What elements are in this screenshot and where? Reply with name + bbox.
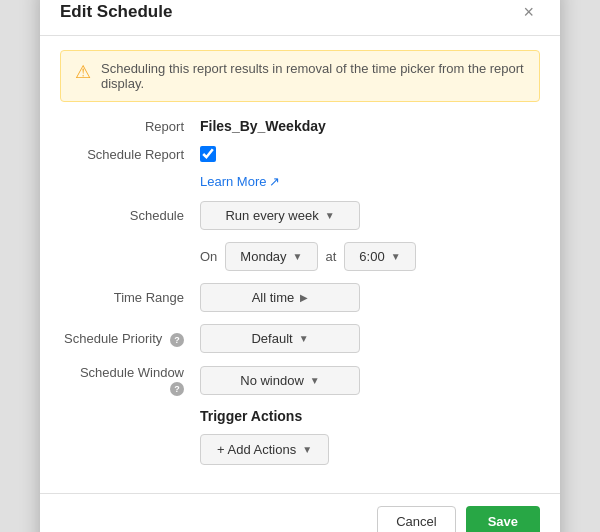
add-actions-arrow: ▼ xyxy=(302,444,312,455)
modal-title: Edit Schedule xyxy=(60,2,172,22)
schedule-priority-value: Default xyxy=(251,331,292,346)
schedule-report-label: Schedule Report xyxy=(60,147,200,162)
edit-schedule-modal: Edit Schedule × ⚠ Scheduling this report… xyxy=(40,0,560,532)
day-value: Monday xyxy=(240,249,286,264)
warning-text: Scheduling this report results in remova… xyxy=(101,61,525,91)
time-value: 6:00 xyxy=(359,249,384,264)
trigger-actions-section: Trigger Actions + Add Actions ▼ xyxy=(60,408,540,465)
trigger-label-row: Trigger Actions xyxy=(60,408,540,424)
modal-body: ⚠ Scheduling this report results in remo… xyxy=(40,36,560,493)
report-value: Files_By_Weekday xyxy=(200,118,326,134)
schedule-dropdown[interactable]: Run every week ▼ xyxy=(200,201,360,230)
on-label: On xyxy=(200,249,217,264)
schedule-label: Schedule xyxy=(60,208,200,223)
schedule-window-value: No window xyxy=(240,373,304,388)
report-row: Report Files_By_Weekday xyxy=(60,118,540,134)
time-range-arrow: ▶ xyxy=(300,292,308,303)
modal-backdrop: Edit Schedule × ⚠ Scheduling this report… xyxy=(0,0,600,532)
schedule-window-row: Schedule Window ? No window ▼ xyxy=(60,365,540,396)
modal-footer: Cancel Save xyxy=(40,493,560,532)
time-range-dropdown[interactable]: All time ▶ xyxy=(200,283,360,312)
schedule-window-label: Schedule Window ? xyxy=(60,365,200,396)
learn-more-text: Learn More xyxy=(200,174,266,189)
cancel-button[interactable]: Cancel xyxy=(377,506,455,532)
schedule-priority-row: Schedule Priority ? Default ▼ xyxy=(60,324,540,353)
schedule-on-row: On Monday ▼ at 6:00 ▼ xyxy=(200,242,540,271)
report-label: Report xyxy=(60,119,200,134)
schedule-priority-dropdown[interactable]: Default ▼ xyxy=(200,324,360,353)
schedule-report-row: Schedule Report xyxy=(60,146,540,162)
schedule-window-dropdown[interactable]: No window ▼ xyxy=(200,366,360,395)
close-button[interactable]: × xyxy=(517,1,540,23)
time-dropdown[interactable]: 6:00 ▼ xyxy=(344,242,415,271)
time-range-value: All time xyxy=(252,290,295,305)
time-range-row: Time Range All time ▶ xyxy=(60,283,540,312)
add-actions-button[interactable]: + Add Actions ▼ xyxy=(200,434,329,465)
learn-more-link[interactable]: Learn More ↗ xyxy=(200,174,540,189)
external-link-icon: ↗ xyxy=(269,174,280,189)
schedule-value: Run every week xyxy=(225,208,318,223)
time-range-label: Time Range xyxy=(60,290,200,305)
save-button[interactable]: Save xyxy=(466,506,540,532)
trigger-actions-title: Trigger Actions xyxy=(200,408,302,424)
schedule-report-checkbox[interactable] xyxy=(200,146,216,162)
at-label: at xyxy=(326,249,337,264)
day-dropdown-arrow: ▼ xyxy=(293,251,303,262)
warning-icon: ⚠ xyxy=(75,61,91,83)
modal-header: Edit Schedule × xyxy=(40,0,560,36)
schedule-priority-label: Schedule Priority ? xyxy=(60,331,200,347)
add-actions-label: + Add Actions xyxy=(217,442,296,457)
schedule-row: Schedule Run every week ▼ xyxy=(60,201,540,230)
window-dropdown-arrow: ▼ xyxy=(310,375,320,386)
schedule-priority-help-icon[interactable]: ? xyxy=(170,333,184,347)
time-dropdown-arrow: ▼ xyxy=(391,251,401,262)
day-dropdown[interactable]: Monday ▼ xyxy=(225,242,317,271)
schedule-report-checkbox-wrap xyxy=(200,146,216,162)
schedule-window-help-icon[interactable]: ? xyxy=(170,382,184,396)
schedule-dropdown-arrow: ▼ xyxy=(325,210,335,221)
priority-dropdown-arrow: ▼ xyxy=(299,333,309,344)
warning-banner: ⚠ Scheduling this report results in remo… xyxy=(60,50,540,102)
